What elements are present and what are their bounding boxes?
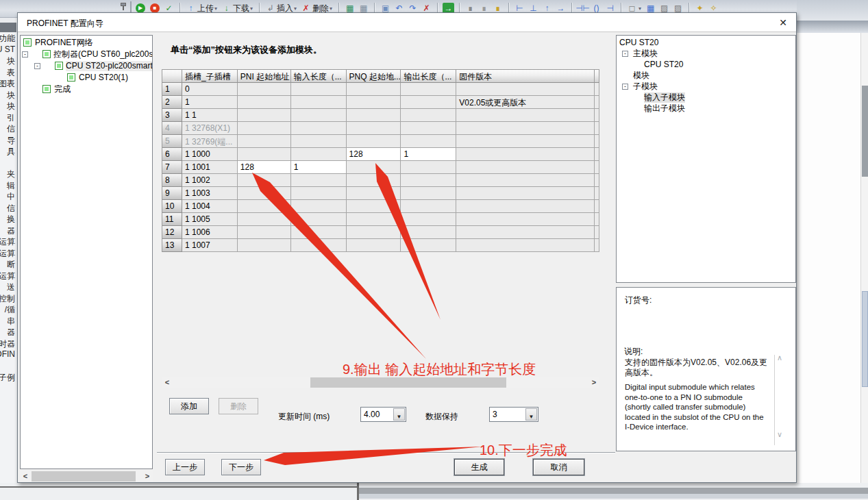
cell-slot[interactable]: 1 1000 <box>182 148 238 161</box>
column-header[interactable]: 输出长度（... <box>401 70 456 83</box>
tree-item-label[interactable]: 完成 <box>54 84 71 95</box>
cell-pni[interactable] <box>238 200 291 213</box>
tree-item[interactable]: 输出子模块 <box>617 103 795 114</box>
cell-out[interactable] <box>401 109 456 122</box>
tree-item[interactable]: PROFINET网络 <box>21 38 152 48</box>
cell-pnq[interactable] <box>347 122 401 135</box>
cell-sliver[interactable] <box>595 148 599 161</box>
row-number-cell[interactable]: 5 <box>162 135 182 148</box>
cell-slot[interactable]: 1 1003 <box>182 187 238 200</box>
chevron-down-icon[interactable]: ▾ <box>638 5 641 12</box>
scrollbar-thumb[interactable] <box>862 291 868 387</box>
cell-in[interactable] <box>291 148 347 161</box>
cell-sliver[interactable] <box>595 122 599 135</box>
cell-in[interactable] <box>291 96 347 109</box>
chevron-down-icon[interactable]: ∨ <box>777 430 782 439</box>
cell-pni[interactable] <box>238 187 291 200</box>
row-number-cell[interactable]: 9 <box>162 187 182 200</box>
cell-in[interactable] <box>291 109 347 122</box>
cell-slot[interactable]: 0 <box>182 83 238 96</box>
scroll-left-icon[interactable]: < <box>162 377 173 388</box>
data-retain-select[interactable]: 3 ▼ <box>489 407 538 422</box>
cell-fw[interactable] <box>456 109 595 122</box>
scroll-right-icon[interactable]: > <box>142 471 153 482</box>
chevron-down-icon[interactable]: ▾ <box>214 5 217 12</box>
tree-item-label[interactable]: PROFINET网络 <box>35 38 93 48</box>
cell-sliver[interactable] <box>595 213 599 226</box>
chevron-down-icon[interactable]: ▾ <box>330 5 332 12</box>
cell-out[interactable] <box>401 239 456 252</box>
cell-sliver[interactable] <box>595 161 599 174</box>
row-number-cell[interactable]: 1 <box>162 83 182 96</box>
window-vertical-scrollbar[interactable] <box>860 33 868 483</box>
tree-item-label[interactable]: 控制器(CPU ST60_plc200smart) <box>53 49 153 60</box>
tree-item-label[interactable]: CPU ST20-plc200smart.dev1 <box>66 61 153 71</box>
tree-item[interactable]: 输入子模块 <box>617 92 795 103</box>
tree-item[interactable]: -主模块 <box>617 49 795 59</box>
row-number-cell[interactable]: 13 <box>162 239 182 252</box>
tree-item-label[interactable]: CPU ST20(1) <box>79 73 128 83</box>
cell-sliver[interactable] <box>595 200 599 213</box>
prev-button[interactable]: 上一步 <box>165 459 205 475</box>
tree-item[interactable]: 模块 <box>617 71 795 81</box>
cell-slot[interactable]: 1 1 <box>182 109 238 122</box>
cell-pni[interactable] <box>238 213 291 226</box>
cell-in[interactable] <box>291 122 347 135</box>
cell-slot[interactable]: 1 1004 <box>182 200 238 213</box>
tree-item-label[interactable]: 主模块 <box>633 49 658 59</box>
tree-item-label[interactable]: 模块 <box>633 71 649 81</box>
close-icon[interactable]: ✕ <box>776 16 791 29</box>
scroll-left-icon[interactable]: < <box>20 471 31 482</box>
cell-out[interactable] <box>401 174 456 187</box>
cell-pnq[interactable] <box>347 109 401 122</box>
scroll-right-icon[interactable]: > <box>588 377 599 388</box>
column-header[interactable]: 固件版本 <box>456 70 595 83</box>
add-button[interactable]: 添加 <box>169 398 209 414</box>
scrollbar-thumb[interactable] <box>862 86 868 177</box>
tree-item[interactable]: CPU ST20(1) <box>21 73 152 83</box>
cell-fw[interactable] <box>456 148 595 161</box>
chevron-down-icon[interactable]: ▾ <box>294 5 297 12</box>
cell-sliver[interactable] <box>595 226 599 239</box>
cell-in[interactable] <box>291 83 347 96</box>
cell-pni[interactable] <box>238 83 291 96</box>
cell-pnq[interactable] <box>347 161 401 174</box>
tree-item-label[interactable]: CPU ST20 <box>644 60 683 70</box>
cell-sliver[interactable] <box>595 96 599 109</box>
tree-item[interactable]: -CPU ST20-plc200smart.dev1 <box>21 61 152 71</box>
cell-sliver[interactable] <box>595 135 599 148</box>
cell-pnq[interactable]: 128 <box>347 148 401 161</box>
cell-pni[interactable] <box>238 96 291 109</box>
row-number-cell[interactable]: 12 <box>162 226 182 239</box>
cell-fw[interactable] <box>456 122 595 135</box>
cell-in[interactable] <box>291 174 347 187</box>
tree-item[interactable]: 完成 <box>21 84 152 95</box>
collapse-icon[interactable]: - <box>622 84 628 90</box>
cell-in[interactable] <box>291 239 347 252</box>
cell-pni[interactable] <box>238 109 291 122</box>
cell-sliver[interactable] <box>595 83 599 96</box>
cell-slot[interactable]: 1 1005 <box>182 213 238 226</box>
cell-pnq[interactable] <box>347 213 401 226</box>
row-number-cell[interactable]: 6 <box>162 148 182 161</box>
cell-sliver[interactable] <box>595 109 599 122</box>
row-number-cell[interactable]: 8 <box>162 174 182 187</box>
cell-in[interactable] <box>291 213 347 226</box>
cell-in[interactable] <box>291 226 347 239</box>
cell-pni[interactable] <box>238 135 291 148</box>
run-icon[interactable]: ▶ <box>136 3 145 13</box>
cell-pnq[interactable] <box>347 239 401 252</box>
column-header[interactable]: PNQ 起始地... <box>347 70 401 83</box>
tree-item-label[interactable]: 子模块 <box>633 82 658 92</box>
cell-pni[interactable]: 128 <box>238 161 291 174</box>
cell-pni[interactable] <box>238 122 291 135</box>
cell-pnq[interactable] <box>347 83 401 96</box>
cell-sliver[interactable] <box>595 187 599 200</box>
collapse-icon[interactable]: - <box>622 51 628 57</box>
chevron-down-icon[interactable]: ▾ <box>250 5 253 12</box>
cell-pni[interactable] <box>238 148 291 161</box>
next-button[interactable]: 下一步 <box>221 459 261 475</box>
cell-slot[interactable]: 1 1001 <box>182 161 238 174</box>
row-number-cell[interactable]: 10 <box>162 200 182 213</box>
cell-fw[interactable]: V02.05或更高版本 <box>456 96 595 109</box>
